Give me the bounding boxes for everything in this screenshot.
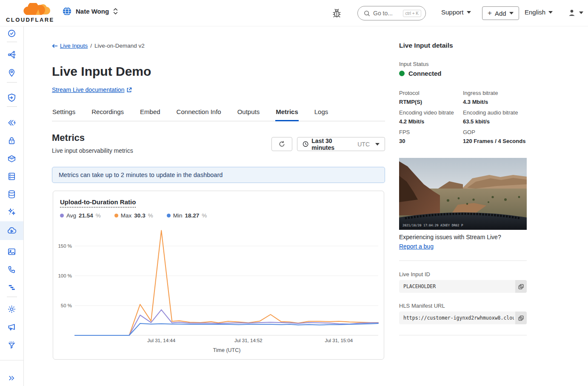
metrics-chart-svg[interactable]: 50 %100 %150 %Jul 31, 14:44Jul 31, 14:52… <box>53 216 385 358</box>
sidebar-nav <box>0 26 24 386</box>
tab-metrics[interactable]: Metrics <box>275 106 299 121</box>
sidebar-item-workers-cube[interactable] <box>0 150 23 167</box>
chart-generated: 50 %100 %150 %Jul 31, 14:44Jul 31, 14:52… <box>58 231 378 343</box>
lock-icon <box>7 136 17 146</box>
y-tick-label: 150 % <box>58 243 72 249</box>
audio-bitrate-value: 63.5 kbit/s <box>463 118 490 125</box>
report-bug-icon[interactable] <box>330 7 343 20</box>
sidebar-item-funnel[interactable] <box>0 336 23 353</box>
gop-label: GOP <box>463 129 527 135</box>
chevron-down-icon <box>509 12 514 14</box>
tab-logs[interactable]: Logs <box>314 106 329 121</box>
layers-bolt-icon <box>7 118 17 128</box>
status-dot-connected <box>399 71 405 76</box>
images-icon <box>7 247 17 257</box>
chart-title[interactable]: Upload-to-Duration Ratio <box>60 198 136 208</box>
report-a-bug-link[interactable]: Report a bug <box>399 243 434 250</box>
sidebar-item-network-hub[interactable] <box>0 46 23 63</box>
protocol-value: RTMP(S) <box>399 99 422 105</box>
breadcrumb-back-link[interactable]: Live Inputs <box>52 43 88 49</box>
copy-icon <box>518 315 524 321</box>
chevron-down-icon <box>548 11 553 14</box>
sidebar-item-shield-arrow[interactable] <box>0 89 23 106</box>
support-menu[interactable]: Support <box>441 9 471 16</box>
search-placeholder: Go to... <box>373 10 400 17</box>
sidebar-item-layers-bolt[interactable] <box>0 114 23 131</box>
divider <box>399 335 527 335</box>
external-link-icon <box>126 87 132 93</box>
top-nav-bar: CLOUDFLARE Nate Wong Go to... <box>0 0 588 26</box>
sidebar-item-calls[interactable] <box>0 261 23 278</box>
x-tick-label: Jul 31, 14:52 <box>234 338 263 343</box>
series-line-max <box>75 231 378 335</box>
tab-settings[interactable]: Settings <box>52 106 76 121</box>
chevron-down-icon <box>579 11 583 14</box>
time-range-selector[interactable]: Last 30 minutes UTC <box>297 137 385 151</box>
divider <box>7 106 17 107</box>
sidebar-item-announcements[interactable] <box>0 318 23 335</box>
sidebar-item-database[interactable] <box>0 186 23 203</box>
metrics-heading: Metrics <box>52 132 85 143</box>
details-heading: Live Input details <box>399 42 453 49</box>
live-input-details-panel: Live Input details Input Status Connecte… <box>399 42 527 340</box>
support-label: Support <box>441 9 464 16</box>
plus-icon: + <box>488 9 492 17</box>
tab-outputs[interactable]: Outputs <box>237 106 260 121</box>
tab-recordings[interactable]: Recordings <box>91 106 124 121</box>
sidebar-item-zaraz[interactable] <box>0 279 23 296</box>
divider <box>0 360 23 360</box>
chevron-down-icon <box>467 11 471 14</box>
sidebar-item-lock[interactable] <box>0 132 23 149</box>
input-status-label: Input Status <box>399 61 428 67</box>
copy-hls-url-button[interactable] <box>515 312 527 324</box>
sidebar-item-images[interactable] <box>0 243 23 260</box>
y-tick-label: 50 % <box>61 303 72 308</box>
cloudflare-logo[interactable]: CLOUDFLARE <box>6 3 54 23</box>
divider <box>7 82 17 83</box>
funnel-icon <box>7 340 17 350</box>
user-menu[interactable] <box>567 8 583 17</box>
sidebar-item-time-travel[interactable] <box>0 25 23 42</box>
tab-bar: Settings Recordings Embed Connection Inf… <box>52 106 385 121</box>
copy-icon <box>518 284 524 289</box>
shield-arrow-icon <box>7 93 17 103</box>
copy-live-input-id-button[interactable] <box>515 280 527 293</box>
stream-docs-link[interactable]: Stream Live documentation <box>52 86 132 93</box>
video-bitrate-value: 4.2 Mbit/s <box>399 118 424 125</box>
tab-embed[interactable]: Embed <box>140 106 161 121</box>
sidebar-item-settings[interactable] <box>0 300 23 317</box>
gop-value: 120 Frames / 4 Seconds <box>463 138 525 144</box>
divider <box>7 42 17 42</box>
sidebar-collapse-toggle[interactable] <box>0 369 23 386</box>
refresh-button[interactable] <box>271 137 292 151</box>
live-input-id-value: PLACEHOLDER <box>403 280 514 293</box>
location-pin-icon <box>7 68 17 77</box>
time-travel-icon <box>7 29 17 38</box>
breadcrumb: Live Inputs / Live-on-Demand v2 <box>52 43 145 49</box>
tab-connection-info[interactable]: Connection Info <box>176 106 222 121</box>
search-icon <box>364 10 370 17</box>
megaphone-icon <box>7 322 17 332</box>
language-menu[interactable]: English <box>525 9 553 16</box>
banner-text: Metrics can take up to 2 minutes to upda… <box>59 172 223 178</box>
chart-card: Upload-to-Duration Ratio Avg21.54% Max30… <box>53 191 384 360</box>
cloudflare-cloud-icon <box>6 3 54 17</box>
phone-icon <box>7 265 17 274</box>
global-search-input[interactable]: Go to... ctrl + K <box>357 6 426 20</box>
sidebar-item-ai-sparkles[interactable] <box>0 203 23 220</box>
brand-wordmark: CLOUDFLARE <box>6 17 54 23</box>
arrow-left-icon <box>52 43 58 49</box>
hls-manifest-url-label: HLS Manifest URL <box>399 303 445 309</box>
sidebar-item-location-pin[interactable] <box>0 64 23 81</box>
account-switcher[interactable]: Nate Wong <box>62 6 118 16</box>
metrics-info-banner: Metrics can take up to 2 minutes to upda… <box>52 167 385 183</box>
ai-sparkles-icon <box>7 207 17 217</box>
divider <box>399 260 527 261</box>
divider <box>7 297 17 297</box>
sidebar-item-server-rack[interactable] <box>0 168 23 185</box>
add-button[interactable]: + Add <box>482 6 519 20</box>
add-label: Add <box>495 10 506 17</box>
sidebar-item-stream[interactable] <box>0 221 23 240</box>
ingress-bitrate-label: Ingress bitrate <box>463 90 527 96</box>
x-tick-label: Jul 31, 14:44 <box>147 338 175 343</box>
